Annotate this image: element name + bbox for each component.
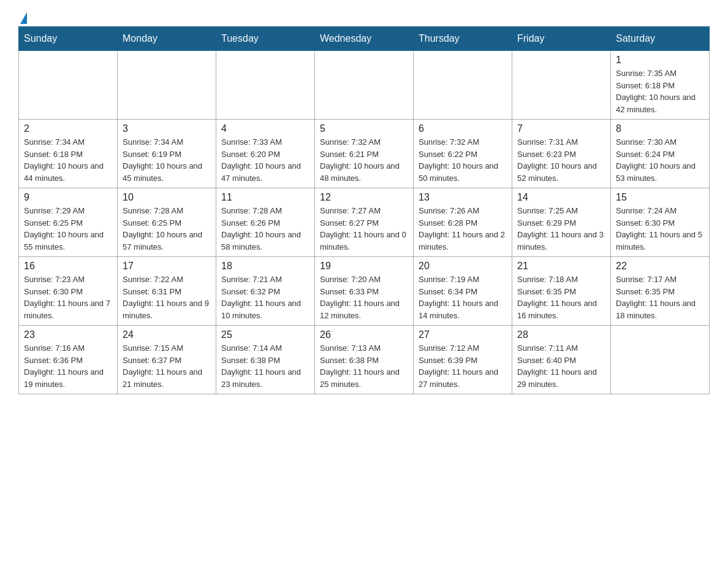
day-info: Sunrise: 7:32 AMSunset: 6:22 PMDaylight:… — [419, 136, 507, 184]
day-number: 13 — [419, 192, 507, 203]
calendar-cell: 26Sunrise: 7:13 AMSunset: 6:38 PMDayligh… — [315, 326, 414, 394]
calendar-cell: 1Sunrise: 7:35 AMSunset: 6:18 PMDaylight… — [611, 51, 710, 120]
week-row-5: 23Sunrise: 7:16 AMSunset: 6:36 PMDayligh… — [19, 326, 710, 394]
day-number: 17 — [123, 261, 211, 272]
calendar-cell: 17Sunrise: 7:22 AMSunset: 6:31 PMDayligh… — [118, 257, 216, 326]
day-number: 19 — [320, 261, 408, 272]
day-number: 25 — [221, 329, 309, 340]
day-info: Sunrise: 7:18 AMSunset: 6:35 PMDaylight:… — [517, 274, 605, 321]
day-info: Sunrise: 7:28 AMSunset: 6:25 PMDaylight:… — [123, 205, 211, 253]
week-row-1: 1Sunrise: 7:35 AMSunset: 6:18 PMDaylight… — [19, 51, 710, 120]
day-info: Sunrise: 7:24 AMSunset: 6:30 PMDaylight:… — [616, 205, 704, 253]
day-number: 7 — [517, 123, 605, 134]
calendar-cell: 2Sunrise: 7:34 AMSunset: 6:18 PMDaylight… — [19, 120, 118, 188]
calendar-cell — [216, 51, 315, 120]
calendar-cell — [315, 51, 414, 120]
calendar-cell: 4Sunrise: 7:33 AMSunset: 6:20 PMDaylight… — [216, 120, 315, 188]
day-info: Sunrise: 7:34 AMSunset: 6:19 PMDaylight:… — [123, 136, 211, 184]
day-info: Sunrise: 7:11 AMSunset: 6:40 PMDaylight:… — [517, 342, 605, 390]
day-number: 1 — [616, 55, 704, 66]
header-saturday: Saturday — [611, 27, 710, 51]
header-monday: Monday — [118, 27, 216, 51]
header-sunday: Sunday — [19, 27, 118, 51]
logo-triangle-icon — [20, 12, 27, 24]
day-info: Sunrise: 7:17 AMSunset: 6:35 PMDaylight:… — [616, 274, 704, 321]
calendar-cell: 20Sunrise: 7:19 AMSunset: 6:34 PMDayligh… — [414, 257, 512, 326]
day-info: Sunrise: 7:20 AMSunset: 6:33 PMDaylight:… — [320, 274, 408, 321]
day-number: 20 — [419, 261, 507, 272]
calendar-cell: 19Sunrise: 7:20 AMSunset: 6:33 PMDayligh… — [315, 257, 414, 326]
day-info: Sunrise: 7:31 AMSunset: 6:23 PMDaylight:… — [517, 136, 605, 184]
day-info: Sunrise: 7:29 AMSunset: 6:25 PMDaylight:… — [24, 205, 112, 253]
calendar-cell: 11Sunrise: 7:28 AMSunset: 6:26 PMDayligh… — [216, 188, 315, 257]
calendar-cell — [118, 51, 216, 120]
calendar-cell: 22Sunrise: 7:17 AMSunset: 6:35 PMDayligh… — [611, 257, 710, 326]
day-number: 11 — [221, 192, 309, 203]
day-number: 27 — [419, 329, 507, 340]
header-thursday: Thursday — [414, 27, 512, 51]
day-info: Sunrise: 7:35 AMSunset: 6:18 PMDaylight:… — [616, 67, 704, 115]
header-tuesday: Tuesday — [216, 27, 315, 51]
weekday-header-row: Sunday Monday Tuesday Wednesday Thursday… — [19, 27, 710, 51]
calendar-cell: 24Sunrise: 7:15 AMSunset: 6:37 PMDayligh… — [118, 326, 216, 394]
calendar-cell: 25Sunrise: 7:14 AMSunset: 6:38 PMDayligh… — [216, 326, 315, 394]
calendar-cell: 9Sunrise: 7:29 AMSunset: 6:25 PMDaylight… — [19, 188, 118, 257]
day-number: 14 — [517, 192, 605, 203]
day-info: Sunrise: 7:14 AMSunset: 6:38 PMDaylight:… — [221, 342, 309, 390]
calendar-table: Sunday Monday Tuesday Wednesday Thursday… — [18, 26, 710, 394]
day-info: Sunrise: 7:28 AMSunset: 6:26 PMDaylight:… — [221, 205, 309, 253]
calendar-cell — [611, 326, 710, 394]
calendar-cell: 13Sunrise: 7:26 AMSunset: 6:28 PMDayligh… — [414, 188, 512, 257]
week-row-4: 16Sunrise: 7:23 AMSunset: 6:30 PMDayligh… — [19, 257, 710, 326]
day-info: Sunrise: 7:25 AMSunset: 6:29 PMDaylight:… — [517, 205, 605, 253]
day-number: 15 — [616, 192, 704, 203]
day-number: 16 — [24, 261, 112, 272]
day-info: Sunrise: 7:33 AMSunset: 6:20 PMDaylight:… — [221, 136, 309, 184]
day-info: Sunrise: 7:27 AMSunset: 6:27 PMDaylight:… — [320, 205, 408, 253]
day-number: 6 — [419, 123, 507, 134]
day-info: Sunrise: 7:19 AMSunset: 6:34 PMDaylight:… — [419, 274, 507, 321]
calendar-cell — [414, 51, 512, 120]
calendar-cell: 12Sunrise: 7:27 AMSunset: 6:27 PMDayligh… — [315, 188, 414, 257]
calendar-cell: 8Sunrise: 7:30 AMSunset: 6:24 PMDaylight… — [611, 120, 710, 188]
calendar-cell — [19, 51, 118, 120]
day-info: Sunrise: 7:23 AMSunset: 6:30 PMDaylight:… — [24, 274, 112, 321]
calendar-cell: 15Sunrise: 7:24 AMSunset: 6:30 PMDayligh… — [611, 188, 710, 257]
calendar-cell: 7Sunrise: 7:31 AMSunset: 6:23 PMDaylight… — [512, 120, 611, 188]
day-number: 9 — [24, 192, 112, 203]
day-number: 4 — [221, 123, 309, 134]
logo — [18, 12, 27, 20]
calendar-cell: 23Sunrise: 7:16 AMSunset: 6:36 PMDayligh… — [19, 326, 118, 394]
day-number: 12 — [320, 192, 408, 203]
header-friday: Friday — [512, 27, 611, 51]
calendar-cell: 28Sunrise: 7:11 AMSunset: 6:40 PMDayligh… — [512, 326, 611, 394]
day-info: Sunrise: 7:22 AMSunset: 6:31 PMDaylight:… — [123, 274, 211, 321]
day-info: Sunrise: 7:32 AMSunset: 6:21 PMDaylight:… — [320, 136, 408, 184]
day-number: 21 — [517, 261, 605, 272]
week-row-2: 2Sunrise: 7:34 AMSunset: 6:18 PMDaylight… — [19, 120, 710, 188]
week-row-3: 9Sunrise: 7:29 AMSunset: 6:25 PMDaylight… — [19, 188, 710, 257]
day-info: Sunrise: 7:30 AMSunset: 6:24 PMDaylight:… — [616, 136, 704, 184]
calendar-cell: 5Sunrise: 7:32 AMSunset: 6:21 PMDaylight… — [315, 120, 414, 188]
day-number: 26 — [320, 329, 408, 340]
calendar-cell: 6Sunrise: 7:32 AMSunset: 6:22 PMDaylight… — [414, 120, 512, 188]
calendar-cell: 14Sunrise: 7:25 AMSunset: 6:29 PMDayligh… — [512, 188, 611, 257]
day-number: 22 — [616, 261, 704, 272]
day-number: 5 — [320, 123, 408, 134]
day-number: 28 — [517, 329, 605, 340]
day-info: Sunrise: 7:26 AMSunset: 6:28 PMDaylight:… — [419, 205, 507, 253]
day-info: Sunrise: 7:15 AMSunset: 6:37 PMDaylight:… — [123, 342, 211, 390]
calendar-cell: 27Sunrise: 7:12 AMSunset: 6:39 PMDayligh… — [414, 326, 512, 394]
day-number: 3 — [123, 123, 211, 134]
calendar-cell: 10Sunrise: 7:28 AMSunset: 6:25 PMDayligh… — [118, 188, 216, 257]
header-wednesday: Wednesday — [315, 27, 414, 51]
day-info: Sunrise: 7:13 AMSunset: 6:38 PMDaylight:… — [320, 342, 408, 390]
day-number: 2 — [24, 123, 112, 134]
day-info: Sunrise: 7:12 AMSunset: 6:39 PMDaylight:… — [419, 342, 507, 390]
day-number: 23 — [24, 329, 112, 340]
day-info: Sunrise: 7:34 AMSunset: 6:18 PMDaylight:… — [24, 136, 112, 184]
page-header — [18, 12, 710, 20]
day-number: 10 — [123, 192, 211, 203]
calendar-cell: 16Sunrise: 7:23 AMSunset: 6:30 PMDayligh… — [19, 257, 118, 326]
day-number: 24 — [123, 329, 211, 340]
